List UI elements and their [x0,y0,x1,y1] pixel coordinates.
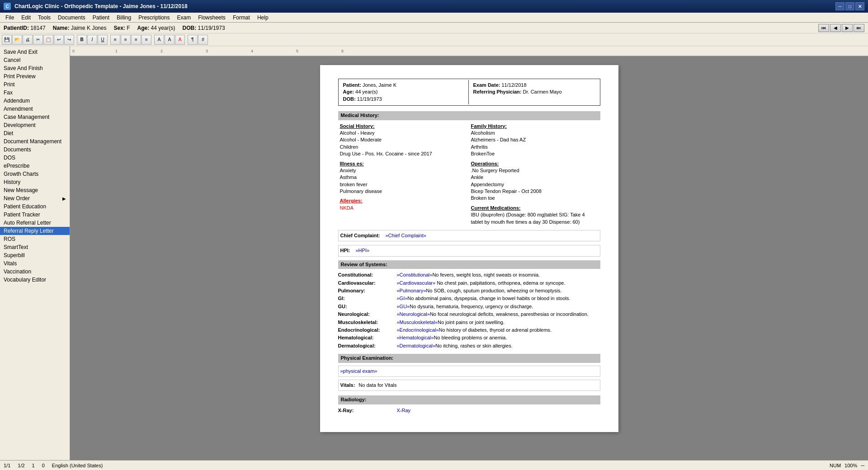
tb-color[interactable]: A [175,35,185,45]
ros-pulmonary-link[interactable]: »Pulmonary» [397,288,426,293]
radiology-header: Radiology: [338,395,600,404]
tb-font-size[interactable]: A [165,35,175,45]
tb-btn-4[interactable]: ✂ [33,35,43,45]
status-col: 1 [32,463,35,468]
tb-btn-2[interactable]: 📂 [12,35,22,45]
ros-endocrinological-link[interactable]: »Endocrinological» [397,327,439,333]
sidebar-item-diet[interactable]: Diet [0,129,70,137]
main-area: Save And Exit Cancel Save And Finish Pri… [0,46,868,460]
document: Patient: Jones, Jaime K Age: 44 year(s) … [320,65,618,432]
tb-btn-3[interactable]: 🖨 [23,35,33,45]
tb-btn-6[interactable]: ↩ [54,35,64,45]
sidebar-item-vaccination[interactable]: Vaccination [0,268,70,276]
status-page: 1/1 [4,463,10,468]
sidebar-item-new-order[interactable]: New Order ▶ [0,194,70,202]
sidebar-item-smarttext[interactable]: SmartText [0,243,70,251]
chief-complaint-link[interactable]: »Chief Complaint» [386,232,427,239]
tb-italic[interactable]: I [87,35,97,45]
ros-dermatological-link[interactable]: »Dermatological» [397,343,436,348]
last-nav-button[interactable]: ⏭ [854,24,864,32]
menu-edit[interactable]: Edit [18,14,34,22]
tb-font[interactable]: A [154,35,164,45]
sidebar-item-fax[interactable]: Fax [0,89,70,97]
tb-align-center[interactable]: ≡ [121,35,131,45]
sidebar-item-eprescribe[interactable]: ePrescribe [0,162,70,170]
sidebar-item-growth-charts[interactable]: Growth Charts [0,170,70,178]
sidebar-item-documents[interactable]: Documents [0,146,70,154]
tb-extra-2[interactable]: # [198,35,208,45]
sidebar-item-amendment[interactable]: Amendment [0,105,70,113]
sidebar-item-save-and-exit[interactable]: Save And Exit [0,48,70,56]
tb-btn-7[interactable]: ↪ [64,35,74,45]
svg-text:2: 2 [160,49,163,53]
sidebar-item-new-message[interactable]: New Message [0,186,70,194]
next-nav-button[interactable]: ▶ [842,24,853,32]
ros-neurological-link[interactable]: »Neurological» [397,311,430,317]
family-item-3: Arthritis [471,144,599,150]
sidebar-item-patient-education[interactable]: Patient Education [0,202,70,211]
prev-nav-button[interactable]: ◀ [830,24,841,32]
sidebar-item-cancel[interactable]: Cancel [0,56,70,64]
minimize-button[interactable]: ─ [835,2,844,10]
sidebar-item-print-preview[interactable]: Print Preview [0,72,70,80]
menu-help[interactable]: Help [254,14,272,22]
physical-exam-link-row: »physical exam» [338,366,600,377]
hpi-link[interactable]: »HPI» [356,247,370,254]
sidebar-item-patient-tracker[interactable]: Patient Tracker [0,211,70,219]
ros-gi-link[interactable]: »GI» [397,296,408,301]
ros-constitutional: Constitutional: »Constitutional»No fever… [338,272,600,278]
sidebar-item-addendum[interactable]: Addendum [0,97,70,105]
menu-patient[interactable]: Patient [89,14,113,22]
menu-tools[interactable]: Tools [34,14,54,22]
close-button[interactable]: ✕ [855,2,864,10]
menu-documents[interactable]: Documents [54,14,89,22]
sidebar-item-history[interactable]: History [0,178,70,186]
zoom-minus-icon[interactable]: ─ [861,463,864,468]
xray-link[interactable]: X-Ray [397,408,411,413]
tb-btn-1[interactable]: 💾 [2,35,12,45]
tb-bold[interactable]: B [77,35,87,45]
menu-format[interactable]: Format [229,14,254,22]
sidebar-item-print[interactable]: Print [0,80,70,89]
xray-row: X-Ray: X-Ray [338,407,600,414]
allergies-label: Allergies: [340,197,467,204]
physical-exam-link[interactable]: »physical exam» [340,368,377,374]
sidebar-item-document-management[interactable]: Document Management [0,137,70,146]
sidebar-item-auto-referral-letter[interactable]: Auto Referral Letter [0,219,70,227]
first-nav-button[interactable]: ⏮ [818,24,829,32]
sidebar-item-dos[interactable]: DOS [0,154,70,162]
tb-btn-5[interactable]: 📋 [43,35,53,45]
svg-text:5: 5 [296,49,298,53]
content-area[interactable]: Patient: Jones, Jaime K Age: 44 year(s) … [70,56,868,460]
patient-age: Age: 44 year(s) [137,25,175,31]
ros-gu-link[interactable]: »GU» [397,304,410,309]
patient-sex: Sex: F [113,25,130,31]
tb-align-left[interactable]: ≡ [110,35,120,45]
menu-flowsheets[interactable]: Flowsheets [194,14,229,22]
tb-underline[interactable]: U [98,35,108,45]
sidebar-item-case-management[interactable]: Case Management [0,113,70,121]
ros-header: Review of Systems: [338,260,600,269]
ros-constitutional-link[interactable]: »Constitutional» [397,272,433,277]
restore-button[interactable]: □ [845,2,854,10]
sidebar-item-referral-reply-letter[interactable]: Referral Reply Letter [0,227,70,235]
sidebar-item-ros[interactable]: ROS [0,235,70,243]
sidebar-item-development[interactable]: Development [0,121,70,129]
tb-align-right[interactable]: ≡ [131,35,141,45]
sidebar-item-vocabulary-editor[interactable]: Vocabulary Editor [0,276,70,284]
ros-cardiovascular-link[interactable]: »Cardiovascular» [397,280,436,286]
ros-musculoskeletal-link[interactable]: »Musculoskeletal» [397,320,438,325]
tb-justify[interactable]: ≡ [142,35,151,45]
operation-item-4: Bicep Tendon Repair - Oct 2008 [471,188,599,195]
sidebar-item-vitals[interactable]: Vitals [0,259,70,268]
menu-billing[interactable]: Billing [113,14,135,22]
tb-extra-1[interactable]: ¶ [188,35,198,45]
ros-hematological-link[interactable]: »Hematological» [397,335,434,340]
menu-file[interactable]: File [2,14,18,22]
sidebar-item-save-and-finish[interactable]: Save And Finish [0,64,70,72]
patient-age-row: Age: 44 year(s) [343,89,465,95]
operations-label: Operations: [471,160,599,167]
menu-prescriptions[interactable]: Prescriptions [135,14,173,22]
sidebar-item-superbill[interactable]: Superbill [0,251,70,259]
menu-exam[interactable]: Exam [173,14,194,22]
